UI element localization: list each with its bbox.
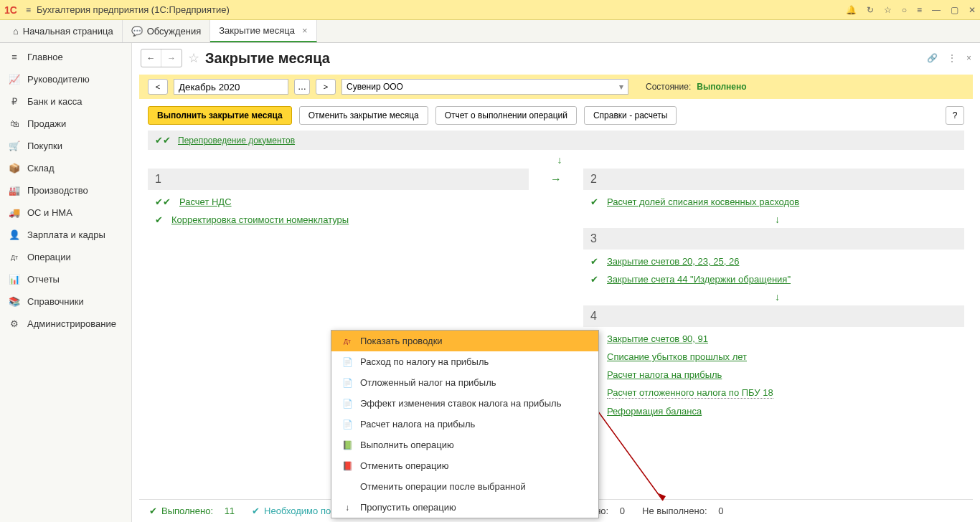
period-prev-button[interactable]: <	[148, 79, 168, 95]
sidebar-label: Покупки	[27, 141, 62, 151]
books-icon: 📚	[9, 296, 20, 307]
menu-label: Показать проводки	[360, 336, 443, 346]
period-picker-button[interactable]: …	[294, 79, 310, 95]
tab-closing-label: Закрытие месяца	[219, 25, 295, 36]
menu-profit-tax-calc[interactable]: 📄 Расчет налога на прибыль	[331, 414, 598, 435]
history-icon[interactable]: ↻	[867, 5, 874, 15]
circle-icon[interactable]: ○	[902, 5, 907, 15]
tab-discuss[interactable]: 💬 Обсуждения	[123, 20, 211, 42]
link-icon[interactable]: 🔗	[927, 53, 938, 63]
doc-icon: 📄	[341, 378, 353, 388]
favorite-star-icon[interactable]: ☆	[188, 50, 199, 66]
filter-icon[interactable]: ≡	[917, 5, 922, 15]
menu-label: Эффект изменения ставок налога на прибыл…	[360, 398, 561, 409]
sidebar-label: Зарплата и кадры	[27, 229, 105, 240]
ruble-icon: ₽	[9, 96, 20, 107]
menu-cancel-after[interactable]: Отменить операции после выбранной	[331, 476, 598, 497]
organization-select[interactable]: Сувенир ООО ▾	[341, 79, 628, 95]
doc-icon: 📄	[341, 357, 353, 367]
close-content-icon[interactable]: ×	[966, 53, 971, 63]
maximize-icon[interactable]: ▢	[951, 5, 958, 15]
tab-home[interactable]: ⌂ Начальная страница	[4, 20, 123, 42]
check-double-icon: ✔✔	[155, 135, 171, 146]
sidebar-item-assets[interactable]: 🚚ОС и НМА	[0, 201, 131, 224]
op-item: ✔ Закрытие счетов 90, 91	[583, 330, 964, 348]
nav-forward-button[interactable]: →	[161, 49, 182, 67]
minimize-icon[interactable]: —	[932, 5, 941, 15]
reprocess-link[interactable]: Перепроведение документов	[178, 136, 295, 146]
op-link[interactable]: Реформация баланса	[607, 406, 702, 417]
tab-close-icon[interactable]: ×	[302, 25, 308, 36]
menu-cancel-op[interactable]: 📕 Отменить операцию	[331, 455, 598, 476]
sidebar-item-reports[interactable]: 📊Отчеты	[0, 268, 131, 290]
chat-icon: 💬	[131, 26, 143, 37]
op-link[interactable]: Корректировка стоимости номенклатуры	[171, 214, 349, 225]
box-icon: 📦	[9, 163, 20, 174]
app-logo: 1C	[4, 4, 17, 16]
status-done-label: Выполнено:	[161, 506, 213, 516]
hamburger-icon[interactable]: ≡	[26, 5, 31, 15]
menu-rate-change-effect[interactable]: 📄 Эффект изменения ставок налога на приб…	[331, 393, 598, 414]
tab-closing[interactable]: Закрытие месяца ×	[210, 20, 316, 42]
titlebar-right: 🔔 ↻ ☆ ○ ≡ — ▢ ✕	[846, 5, 976, 15]
op-link[interactable]: Закрытие счетов 90, 91	[607, 333, 708, 344]
status-skip-value: 0	[620, 506, 625, 516]
sidebar-label: Банк и касса	[27, 96, 83, 107]
sidebar-item-warehouse[interactable]: 📦Склад	[0, 157, 131, 179]
chevron-down-icon: ▾	[619, 82, 623, 92]
op-item: ✔ Списание убытков прошлых лет	[583, 348, 964, 366]
sidebar-label: Производство	[27, 185, 88, 196]
sidebar-item-production[interactable]: 🏭Производство	[0, 179, 131, 201]
star-icon[interactable]: ☆	[884, 5, 892, 15]
op-item: ✔ Расчет отложенного налога по ПБУ 18	[583, 384, 964, 402]
op-link[interactable]: Списание убытков прошлых лет	[607, 351, 747, 362]
op-link[interactable]: Закрытие счетов 20, 23, 25, 26	[607, 256, 739, 267]
sidebar-item-operations[interactable]: ДтОперации	[0, 246, 131, 268]
sidebar-item-admin[interactable]: ⚙Администрирование	[0, 313, 131, 335]
op-link-deferred-tax[interactable]: Расчет отложенного налога по ПБУ 18	[607, 387, 773, 399]
menu-show-postings[interactable]: Дт Показать проводки	[331, 331, 598, 351]
op-item: ✔ Закрытие счета 44 "Издержки обращения"	[583, 270, 964, 288]
references-button[interactable]: Справки - расчеты	[584, 106, 677, 125]
gear-icon: ⚙	[9, 318, 20, 329]
cancel-closing-button[interactable]: Отменить закрытие месяца	[299, 106, 428, 125]
sidebar-label: Администрирование	[27, 318, 116, 329]
execute-closing-button[interactable]: Выполнить закрытие месяца	[148, 106, 292, 125]
op-link[interactable]: Расчет НДС	[179, 196, 232, 207]
nav-back-button[interactable]: ←	[141, 49, 161, 67]
status-done-value: 11	[225, 506, 235, 516]
op-link[interactable]: Закрытие счета 44 "Издержки обращения"	[607, 274, 791, 285]
period-next-button[interactable]: >	[316, 79, 336, 95]
menu-label: Отменить операции после выбранной	[360, 481, 526, 492]
sidebar-item-hr[interactable]: 👤Зарплата и кадры	[0, 224, 131, 246]
content: ← → ☆ Закрытие месяца 🔗 ⋮ × < … > Сувени…	[132, 43, 980, 522]
bell-icon[interactable]: 🔔	[846, 5, 857, 15]
sidebar-item-bank[interactable]: ₽Банк и касса	[0, 90, 131, 113]
more-icon[interactable]: ⋮	[948, 53, 956, 63]
sidebar-item-manager[interactable]: 📈Руководителю	[0, 68, 131, 90]
op-link[interactable]: Расчет долей списания косвенных расходов	[607, 196, 799, 207]
menu-label: Пропустить операцию	[360, 502, 456, 513]
sidebar-label: Склад	[27, 163, 55, 174]
check-icon: ✔	[155, 214, 163, 225]
op-item: ✔ Расчет долей списания косвенных расход…	[583, 193, 964, 211]
menu-deferred-tax[interactable]: 📄 Отложенный налог на прибыль	[331, 372, 598, 393]
person-icon: 👤	[9, 229, 20, 240]
sidebar-item-refs[interactable]: 📚Справочники	[0, 290, 131, 313]
period-input[interactable]	[174, 79, 288, 95]
doc-icon: 📄	[341, 419, 353, 430]
report-button[interactable]: Отчет о выполнении операций	[435, 106, 577, 125]
menu-profit-tax-expense[interactable]: 📄 Расход по налогу на прибыль	[331, 351, 598, 372]
sidebar-item-sales[interactable]: 🛍Продажи	[0, 113, 131, 135]
help-button[interactable]: ?	[946, 106, 964, 125]
op-item: ✔ Реформация баланса	[583, 402, 964, 420]
menu-execute-op[interactable]: 📗 Выполнить операцию	[331, 435, 598, 455]
state-label: Состояние:	[646, 82, 691, 92]
tabbar: ⌂ Начальная страница 💬 Обсуждения Закрыт…	[0, 20, 980, 43]
op-link[interactable]: Расчет налога на прибыль	[607, 369, 722, 380]
sidebar-item-purchases[interactable]: 🛒Покупки	[0, 135, 131, 157]
menu-skip-op[interactable]: ↓ Пропустить операцию	[331, 497, 598, 518]
sidebar-item-main[interactable]: ≡Главное	[0, 46, 131, 68]
op-item: ✔ Закрытие счетов 20, 23, 25, 26	[583, 252, 964, 270]
close-icon[interactable]: ✕	[969, 5, 976, 15]
